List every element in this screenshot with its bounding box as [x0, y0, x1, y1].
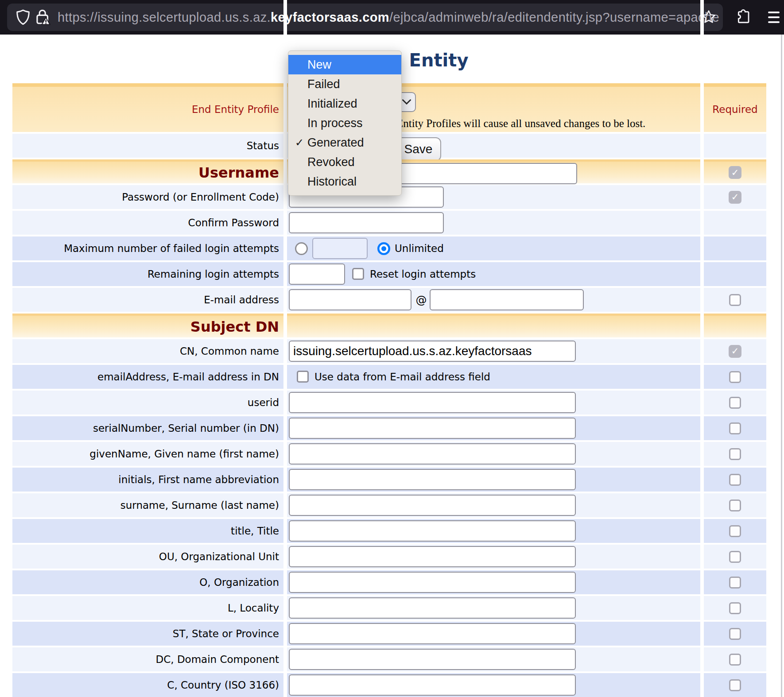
email-local-part-input[interactable] [289, 289, 411, 310]
menu-item-in-process[interactable]: In process [288, 113, 401, 133]
initials-input[interactable] [289, 469, 576, 490]
userid-input[interactable] [289, 392, 576, 413]
use-email-data-checkbox[interactable] [297, 371, 309, 383]
lock-warning-icon[interactable] [35, 9, 50, 27]
row-label-initials: initials, First name abbreviation [12, 468, 283, 492]
row-label-userid: userid [12, 391, 283, 414]
row-label-subject-dn: Subject DN [12, 316, 283, 337]
common-name-input[interactable]: issuing.selcertupload.us.s.az.keyfactors… [289, 341, 576, 362]
o-input[interactable] [289, 572, 576, 593]
ou-input[interactable] [289, 546, 576, 567]
max-attempts-input[interactable] [312, 238, 368, 259]
table-row-email-dn: emailAddress, E-mail address in DNUse da… [12, 365, 766, 389]
row-content-serialnumber [287, 416, 700, 440]
required-cell-serialnumber [704, 416, 766, 440]
required-checkbox[interactable] [729, 577, 741, 589]
l-input[interactable] [289, 597, 576, 619]
required-cell-confirm-password [704, 211, 766, 235]
menu-item-label: Initialized [307, 97, 357, 110]
required-cell-st [704, 622, 766, 646]
required-checkbox[interactable] [729, 397, 741, 409]
required-checkbox[interactable] [729, 628, 741, 640]
table-row-remaining-logins: Remaining login attemptsReset login atte… [12, 262, 766, 286]
row-content-email-dn: Use data from E-mail address field [287, 365, 700, 389]
required-checkbox[interactable] [729, 602, 741, 614]
required-checkbox[interactable] [729, 500, 741, 511]
save-button[interactable]: Save [396, 137, 441, 161]
menu-item-label: Failed [307, 77, 340, 91]
required-checkbox[interactable] [729, 551, 741, 563]
unlimited-radio[interactable] [377, 242, 390, 255]
reset-login-attempts-label: Reset login attempts [370, 262, 476, 286]
required-cell-initials [704, 468, 766, 492]
required-cell-email-address [704, 288, 766, 312]
row-content-email-address: @ [287, 288, 700, 312]
required-checkbox-checked[interactable]: ✓ [729, 345, 741, 358]
required-cell-status [704, 134, 766, 158]
email-domain-input[interactable] [430, 289, 584, 310]
chevron-down-icon [402, 98, 411, 106]
url-text[interactable]: https://issuing.selcertupload.us.s.az.ke… [58, 0, 719, 35]
menu-item-new[interactable]: New [288, 55, 401, 74]
st-input[interactable] [289, 623, 576, 644]
row-label-dc: DC, Domain Component [12, 647, 283, 671]
checkmark-icon: ✓ [731, 167, 739, 178]
row-label-max-failed-logins: Maximum number of failed login attempts [12, 236, 283, 260]
surname-input[interactable] [289, 495, 576, 516]
row-label-st: ST, State or Province [12, 622, 283, 646]
required-checkbox[interactable] [729, 422, 741, 434]
table-row-st: ST, State or Province [12, 622, 766, 646]
row-content-title [287, 519, 700, 543]
row-label-title: title, Title [12, 519, 283, 543]
required-checkbox[interactable] [729, 474, 741, 486]
extensions-puzzle-icon[interactable] [736, 9, 751, 27]
row-content-givenname [287, 442, 700, 466]
common-name-value: issuing.selcertupload.us.s.az.keyfactors… [293, 344, 532, 358]
menu-item-revoked[interactable]: Revoked [288, 152, 401, 172]
row-content-ou [287, 545, 700, 569]
menu-item-failed[interactable]: Failed [288, 74, 401, 94]
required-cell-cn: ✓ [704, 339, 766, 363]
row-label-ou: OU, Organizational Unit [12, 545, 283, 569]
menu-hamburger-icon[interactable] [768, 12, 780, 23]
required-cell-givenname [704, 442, 766, 466]
row-content-l [287, 596, 700, 620]
remaining-attempts-input[interactable] [289, 263, 345, 285]
table-row-cn: CN, Common nameissuing.selcertupload.us.… [12, 339, 766, 363]
required-checkbox-checked[interactable]: ✓ [729, 166, 741, 179]
row-label-serialnumber: serialNumber, Serial number (in DN) [12, 416, 283, 440]
scrollbar-track[interactable] [781, 35, 782, 697]
givenname-input[interactable] [289, 443, 576, 465]
use-email-data-label: Use data from E-mail address field [314, 365, 490, 389]
menu-item-initialized[interactable]: Initialized [288, 94, 401, 113]
shield-icon[interactable] [16, 9, 30, 27]
required-checkbox-checked[interactable]: ✓ [729, 191, 741, 204]
table-row-title: title, Title [12, 519, 766, 543]
confirm-password-input[interactable] [289, 212, 444, 233]
required-checkbox[interactable] [729, 371, 741, 383]
dc-input[interactable] [289, 649, 576, 670]
required-checkbox[interactable] [729, 294, 741, 306]
required-column-header: Required [712, 104, 757, 115]
row-content-cn: issuing.selcertupload.us.s.az.keyfactors… [287, 339, 700, 363]
title-input[interactable] [289, 520, 576, 542]
reset-login-attempts-checkbox[interactable] [352, 268, 364, 280]
c-input[interactable] [289, 674, 576, 696]
required-cell-dc [704, 647, 766, 671]
required-checkbox[interactable] [729, 448, 741, 460]
row-label-email-address: E-mail address [12, 288, 283, 312]
row-content-c [287, 673, 700, 697]
row-content-remaining-logins: Reset login attempts [287, 262, 700, 286]
required-cell-remaining-logins [704, 262, 766, 286]
menu-item-historical[interactable]: Historical [288, 172, 401, 191]
required-cell-c [704, 673, 766, 697]
row-label-l: L, Locality [12, 596, 283, 620]
table-row-max-failed-logins: Maximum number of failed login attemptsU… [12, 236, 766, 260]
required-checkbox[interactable] [729, 679, 741, 691]
max-attempts-value-radio[interactable] [295, 242, 308, 255]
required-cell-ou [704, 545, 766, 569]
required-checkbox[interactable] [729, 654, 741, 666]
menu-item-generated[interactable]: ✓Generated [288, 133, 401, 152]
required-checkbox[interactable] [729, 525, 741, 537]
serialnumber-input[interactable] [289, 418, 576, 439]
